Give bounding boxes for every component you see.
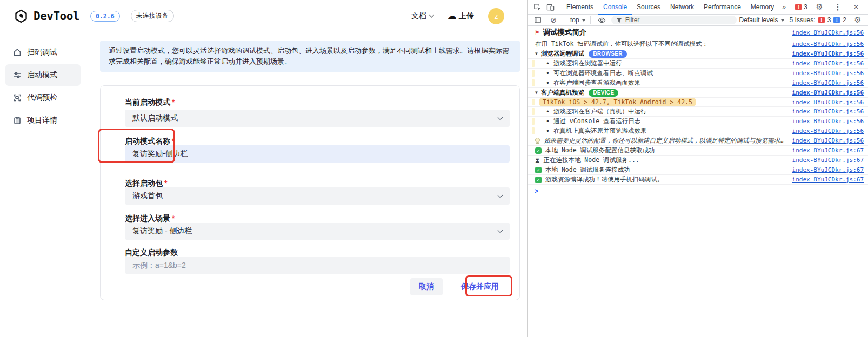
device-toolbar-icon[interactable] [544,2,557,12]
three-dot-menu-icon[interactable] [831,2,844,12]
device-status-badge: 未连接设备 [131,10,174,22]
required-asterisk: * [164,179,167,187]
console-prompt[interactable]: > [528,185,868,197]
launch-package-select[interactable]: 游戏首包 [125,187,510,205]
current-mode-value: 默认启动模式 [132,113,178,123]
devtools-tab[interactable]: Sources [632,0,665,15]
console-message-text: 可在浏览器环境查看日志、断点调试 [553,69,653,77]
source-link[interactable]: index-8YuJCDkr.js:67 [786,176,864,183]
divider [590,16,591,24]
source-link[interactable]: index-8YuJCDkr.js:56 [786,41,864,48]
issues-counter[interactable]: 5 Issues: 3 2 [787,16,849,24]
devtools-tab[interactable]: Performance [699,0,746,15]
entry-scene-select[interactable]: 复访奖励 - 侧边栏 [125,223,510,240]
bullet: • [546,60,550,68]
context-selector[interactable]: top [570,16,585,24]
current-mode-select[interactable]: 默认启动模式 [125,110,510,127]
app-header: DevTool 0.2.6 未连接设备 文档 上传 z [0,0,527,32]
cancel-button[interactable]: 取消 [410,278,443,295]
source-link[interactable]: index-8YuJCDkr.js:56 [786,99,864,106]
console-message-text: 游戏逻辑在浏览器中运行 [553,59,622,68]
divider [559,3,559,11]
row-status-icon [535,138,540,143]
console-message-text: 客户端真机预览 [541,89,585,97]
custom-params-input[interactable] [125,257,510,274]
source-link[interactable]: index-8YuJCDkr.js:67 [786,147,864,154]
sidebar-item-code-check[interactable]: 代码预检 [5,87,81,109]
entry-scene-value: 复访奖励 - 侧边栏 [132,226,192,236]
chevron-down-icon [498,227,503,233]
mode-name-input[interactable] [125,145,510,163]
close-icon[interactable] [850,2,863,12]
bullet: • [546,108,550,116]
gear-icon[interactable] [813,2,826,12]
upload-cloud-icon [448,11,456,21]
default-levels-dropdown[interactable]: Default levels [739,16,784,24]
source-link[interactable]: index-8YuJCDkr.js:67 [786,157,864,164]
console-message-text: 本地 Node 调试服务配置信息获取成功 [545,146,655,154]
console-message-text: 游戏资源编译成功！请使用手机扫码调试。 [545,176,664,184]
expand-arrow-icon[interactable]: ▼ [535,51,538,56]
more-tabs-button[interactable]: » [779,3,789,11]
source-link[interactable]: index-8YuJCDkr.js:56 [786,137,864,144]
source-link[interactable]: index-8YuJCDkr.js:56 [786,70,864,77]
launch-package-value: 游戏首包 [132,191,163,201]
form-actions: 取消 保存并应用 [410,278,508,295]
chevron-down-icon [498,192,503,198]
console-row: 游戏资源编译成功！请使用手机扫码调试。 index-8YuJCDkr.js:67 [528,175,868,185]
required-asterisk: * [172,137,175,145]
console-badge: DEVICE [589,89,618,97]
console-row: 正在连接本地 Node 调试服务... index-8YuJCDkr.js:67 [528,156,868,165]
sidebar: 扫码调试 启动模式 代码预检 项目详情 [0,33,86,337]
source-link[interactable]: index-8YuJCDkr.js:56 [786,108,864,115]
console-row: • 游戏逻辑在客户端（真机）中运行 index-8YuJCDkr.js:56 [528,107,868,117]
sidebar-panel-icon[interactable] [531,15,544,25]
source-link[interactable]: index-8YuJCDkr.js:56 [786,29,864,36]
sidebar-item-launch-mode[interactable]: 启动模式 [5,64,81,86]
sidebar-item-scan-debug[interactable]: 扫码调试 [5,42,81,63]
brand: DevTool 0.2.6 未连接设备 [14,9,174,23]
console-message-text: 在真机上真实还原并预览游戏效果 [553,127,647,135]
console-row: 在用 TikTok 扫码调试前，你可以选择以下不同的调试模式： index-8Y… [528,39,868,49]
issues-label: 5 Issues: [790,16,816,24]
avatar[interactable]: z [488,8,504,24]
upload-label: 上传 [459,11,474,21]
current-mode-label: 当前启动模式* [125,98,175,107]
devtool-app: DevTool 0.2.6 未连接设备 文档 上传 z [0,0,527,337]
code-scan-icon [13,93,22,102]
filter-input[interactable]: Filter [611,16,737,24]
inspect-icon[interactable] [531,2,544,12]
bullet: • [546,118,550,125]
context-label: top [570,16,579,24]
issues-warning-count: 2 [843,16,846,24]
expand-arrow-icon[interactable]: ▼ [535,90,538,95]
devtools-tabs: Elements Console Sources Network Perform… [562,0,779,15]
row-status-icon [535,177,542,183]
source-link[interactable]: index-8YuJCDkr.js:56 [786,60,864,67]
console-row: 本地 Node 调试服务连接成功 index-8YuJCDkr.js:67 [528,165,868,175]
source-link[interactable]: index-8YuJCDkr.js:56 [786,127,864,134]
error-count-badge[interactable]: 3 [795,3,807,11]
console-row: TikTok iOS >=42.7, TikTok Android >=42.5… [528,98,868,107]
sliders-icon [13,71,22,79]
source-link[interactable]: index-8YuJCDkr.js:67 [786,166,864,173]
source-link[interactable]: index-8YuJCDkr.js:56 [786,118,864,125]
eye-icon[interactable] [596,15,609,25]
devtools-tab[interactable]: Memory [746,0,779,15]
bullet: • [546,70,550,77]
devtools-tab[interactable]: Console [598,0,632,15]
docs-dropdown[interactable]: 文档 [411,11,433,21]
devtools-tab[interactable]: Network [665,0,699,15]
source-link[interactable]: index-8YuJCDkr.js:56 [786,89,864,96]
upload-button[interactable]: 上传 [448,11,474,21]
source-link[interactable]: index-8YuJCDkr.js:56 [786,79,864,86]
console-settings-gear-icon[interactable] [851,15,864,25]
warning-icon [833,17,840,23]
console-message-text: TikTok iOS >=42.7, TikTok Android >=42.5 [539,98,696,106]
save-apply-button[interactable]: 保存并应用 [452,278,508,295]
console-row: ▼ 浏览器远程调试 BROWSER index-8YuJCDkr.js:56 [528,49,868,59]
source-link[interactable]: index-8YuJCDkr.js:56 [786,50,864,57]
clear-console-icon[interactable] [547,15,560,25]
devtools-tab[interactable]: Elements [562,0,598,15]
sidebar-item-project-details[interactable]: 项目详情 [5,110,81,131]
